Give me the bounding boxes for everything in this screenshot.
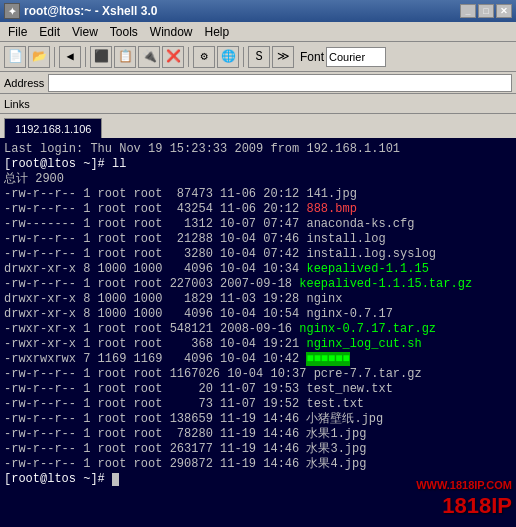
term-line: Last login: Thu Nov 19 15:23:33 2009 fro… [4,142,512,157]
links-bar: Links [0,94,516,114]
new-button[interactable]: 📄 [4,46,26,68]
maximize-button[interactable]: □ [478,4,494,18]
term-line: -rw-r--r-- 1 root root 78280 11-19 14:46… [4,427,512,442]
window-title: root@ltos:~ - Xshell 3.0 [24,4,460,18]
minimize-button[interactable]: _ [460,4,476,18]
settings-button[interactable]: ⚙ [193,46,215,68]
back-button[interactable]: ◀ [59,46,81,68]
menu-item-tools[interactable]: Tools [104,23,144,41]
term-line: -rw-r--r-- 1 root root 43254 11-06 20:12… [4,202,512,217]
term-line: -rw-r--r-- 1 root root 263177 11-19 14:4… [4,442,512,457]
term-line: -rw-r--r-- 1 root root 227003 2007-09-18… [4,277,512,292]
term-line: drwxr-xr-x 8 1000 1000 4096 10-04 10:54 … [4,307,512,322]
term-line: 总计 2900 [4,172,512,187]
term-line: -rwxr-xr-x 1 root root 368 10-04 19:21 n… [4,337,512,352]
term-line: -rw-r--r-- 1 root root 1167026 10-04 10:… [4,367,512,382]
links-label: Links [4,98,30,110]
menu-bar: FileEditViewToolsWindowHelp [0,22,516,42]
term-line: -rw-r--r-- 1 root root 3280 10-04 07:42 … [4,247,512,262]
menu-item-file[interactable]: File [2,23,33,41]
separator-1 [54,47,55,67]
term-line: -rw-r--r-- 1 root root 21288 10-04 07:46… [4,232,512,247]
term-line: -rw-r--r-- 1 root root 73 11-07 19:52 te… [4,397,512,412]
zoom-button[interactable]: ≫ [272,46,294,68]
connect-button[interactable]: 🔌 [138,46,160,68]
term-line: drwxr-xr-x 8 1000 1000 1829 11-03 19:28 … [4,292,512,307]
app-icon: ✦ [4,3,20,19]
address-label: Address [4,77,44,89]
tab-label: 192.168.1.106 [21,123,91,135]
watermark: WWW.1818IP.COM 1818IP [416,479,512,519]
close-button[interactable]: ✕ [496,4,512,18]
term-line: -rw-r--r-- 1 root root 87473 11-06 20:12… [4,187,512,202]
watermark-line1: WWW.1818IP.COM [416,479,512,492]
font-label: Font [300,50,324,64]
copy-button[interactable]: ⬛ [90,46,112,68]
address-bar: Address [0,72,516,94]
disconnect-button[interactable]: ❌ [162,46,184,68]
menu-item-window[interactable]: Window [144,23,199,41]
tab-bar: 1 192.168.1.106 [0,114,516,138]
term-line: -rw-r--r-- 1 root root 290872 11-19 14:4… [4,457,512,472]
menu-item-edit[interactable]: Edit [33,23,66,41]
menu-item-help[interactable]: Help [199,23,236,41]
title-bar: ✦ root@ltos:~ - Xshell 3.0 _ □ ✕ [0,0,516,22]
menu-item-view[interactable]: View [66,23,104,41]
separator-2 [85,47,86,67]
separator-4 [243,47,244,67]
watermark-line2: 1818IP [416,493,512,519]
term-line: -rw-r--r-- 1 root root 138659 11-19 14:4… [4,412,512,427]
term-line: -rwxr-xr-x 1 root root 548121 2008-09-16… [4,322,512,337]
cursor [112,473,119,486]
term-line: -rw-r--r-- 1 root root 20 11-07 19:53 te… [4,382,512,397]
separator-3 [188,47,189,67]
paste-button[interactable]: 📋 [114,46,136,68]
term-line: -rw------- 1 root root 1312 10-07 07:47 … [4,217,512,232]
address-input[interactable] [48,74,512,92]
terminal[interactable]: Last login: Thu Nov 19 15:23:33 2009 fro… [0,138,516,527]
window-controls[interactable]: _ □ ✕ [460,4,512,18]
term-line: -rwxrwxrwx 7 1169 1169 4096 10-04 10:42 … [4,352,512,367]
term-line: [root@ltos ~]# ll [4,157,512,172]
toolbar: 📄 📂 ◀ ⬛ 📋 🔌 ❌ ⚙ 🌐 S ≫ Font [0,42,516,72]
open-button[interactable]: 📂 [28,46,50,68]
font-input[interactable] [326,47,386,67]
globe-button[interactable]: 🌐 [217,46,239,68]
term-line: drwxr-xr-x 8 1000 1000 4096 10-04 10:34 … [4,262,512,277]
session-tab[interactable]: 1 192.168.1.106 [4,118,102,138]
script-button[interactable]: S [248,46,270,68]
